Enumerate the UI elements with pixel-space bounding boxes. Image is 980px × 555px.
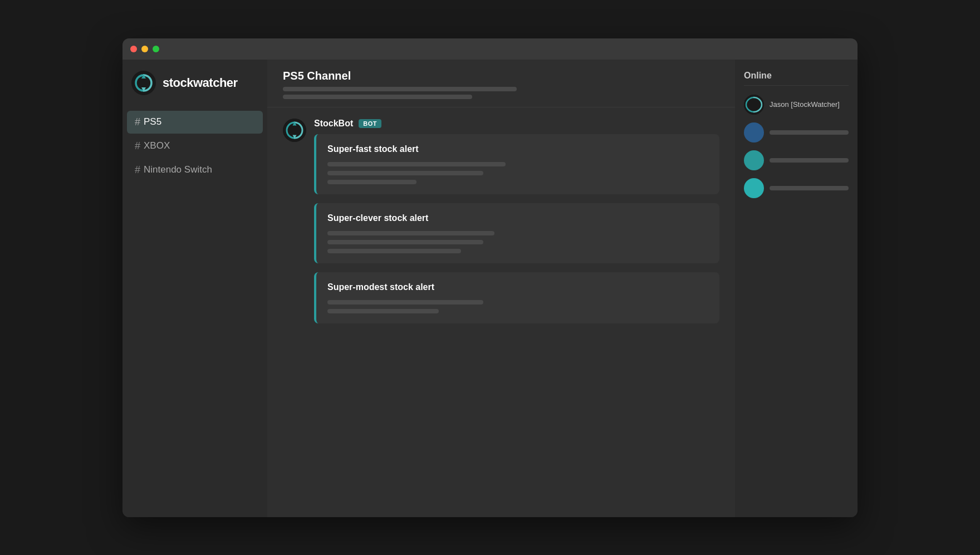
skeleton-line bbox=[327, 162, 506, 166]
user-avatar-4 bbox=[744, 178, 764, 198]
app-window: stockwatcher # PS5 # XBOX # Nintendo Swi… bbox=[122, 38, 857, 517]
skeleton-line bbox=[327, 249, 461, 253]
stock-card-clever: Super-clever stock alert bbox=[314, 203, 719, 263]
skeleton-line bbox=[327, 300, 483, 304]
stock-card-modest: Super-modest stock alert bbox=[314, 272, 719, 323]
message-header: StockBot BOT bbox=[314, 119, 719, 129]
user-name-jason: Jason [StockWatcher] bbox=[770, 100, 840, 109]
online-title: Online bbox=[744, 71, 849, 86]
user-avatar-jason bbox=[744, 95, 764, 115]
stock-card-lines-fast bbox=[327, 162, 708, 184]
online-user-jason: Jason [StockWatcher] bbox=[744, 95, 849, 115]
logo-text: stockwatcher bbox=[163, 76, 238, 90]
skeleton-line bbox=[327, 180, 416, 184]
channel-title: PS5 Channel bbox=[283, 70, 719, 82]
user-avatar-2 bbox=[744, 122, 764, 143]
sidebar-item-xbox[interactable]: # XBOX bbox=[127, 135, 263, 158]
channel-label-ps5: PS5 bbox=[144, 116, 161, 127]
app-logo-icon bbox=[131, 71, 156, 95]
channel-desc-bar1 bbox=[283, 87, 517, 91]
stock-cards: Super-fast stock alert Super-clever stoc… bbox=[314, 134, 719, 323]
channel-label-nintendo: Nintendo Switch bbox=[144, 164, 212, 175]
bot-message: StockBot BOT Super-fast stock alert bbox=[283, 119, 719, 323]
online-user-2 bbox=[744, 122, 849, 143]
titlebar bbox=[122, 38, 857, 60]
skeleton-line bbox=[327, 309, 439, 313]
maximize-button[interactable] bbox=[153, 46, 159, 52]
user-avatar-3 bbox=[744, 150, 764, 170]
online-user-4 bbox=[744, 178, 849, 198]
online-users: Jason [StockWatcher] bbox=[744, 95, 849, 198]
bot-name: StockBot bbox=[314, 119, 353, 129]
hash-icon: # bbox=[135, 140, 140, 152]
channel-desc-bar2 bbox=[283, 95, 472, 99]
skeleton-line bbox=[327, 240, 483, 244]
chat-area: PS5 Channel bbox=[267, 60, 735, 517]
stock-card-title-clever: Super-clever stock alert bbox=[327, 213, 708, 223]
user-name-bar-4 bbox=[770, 186, 849, 190]
stock-card-fast: Super-fast stock alert bbox=[314, 134, 719, 194]
sidebar: stockwatcher # PS5 # XBOX # Nintendo Swi… bbox=[122, 60, 267, 517]
bot-avatar bbox=[283, 119, 306, 142]
stock-card-title-fast: Super-fast stock alert bbox=[327, 144, 708, 154]
stock-card-lines-clever bbox=[327, 231, 708, 253]
user-name-bar-2 bbox=[770, 130, 849, 135]
user-name-bar-3 bbox=[770, 158, 849, 163]
bot-badge: BOT bbox=[359, 119, 381, 128]
message-content: StockBot BOT Super-fast stock alert bbox=[314, 119, 719, 323]
online-panel: Online Jason [StockWatcher] bbox=[735, 60, 857, 517]
hash-icon: # bbox=[135, 164, 140, 176]
skeleton-line bbox=[327, 171, 483, 175]
sidebar-item-ps5[interactable]: # PS5 bbox=[127, 111, 263, 134]
skeleton-line bbox=[327, 231, 494, 235]
chat-messages[interactable]: StockBot BOT Super-fast stock alert bbox=[267, 107, 735, 517]
stock-card-title-modest: Super-modest stock alert bbox=[327, 282, 708, 292]
traffic-lights bbox=[130, 46, 159, 52]
minimize-button[interactable] bbox=[141, 46, 148, 52]
stock-card-lines-modest bbox=[327, 300, 708, 313]
main-layout: stockwatcher # PS5 # XBOX # Nintendo Swi… bbox=[122, 60, 857, 517]
chat-header: PS5 Channel bbox=[267, 60, 735, 107]
online-user-3 bbox=[744, 150, 849, 170]
sidebar-logo: stockwatcher bbox=[122, 71, 267, 111]
sidebar-channels: # PS5 # XBOX # Nintendo Switch bbox=[122, 111, 267, 181]
close-button[interactable] bbox=[130, 46, 137, 52]
hash-icon: # bbox=[135, 116, 140, 128]
sidebar-item-nintendo-switch[interactable]: # Nintendo Switch bbox=[127, 159, 263, 181]
channel-label-xbox: XBOX bbox=[144, 140, 170, 151]
